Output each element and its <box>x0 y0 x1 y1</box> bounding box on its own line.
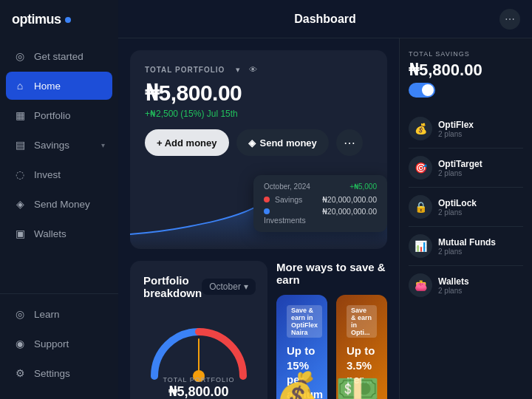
nav-icon-get-started: ◎ <box>13 50 27 63</box>
chevron-icon: ▾ <box>101 141 105 149</box>
nav-label-invest: Invest <box>34 169 61 180</box>
savings-card-wallets[interactable]: 👛 Wallets 2 plans <box>409 266 523 304</box>
gauge-labels: TOTAL PORTFOLIO ₦5,800.00 <box>163 376 234 399</box>
sidebar-item-portfolio[interactable]: ▦ Portfolio <box>6 101 112 129</box>
more-ways-title: More ways to save & earn <box>276 261 387 286</box>
savings-card-plans-optiflex: 2 plans <box>438 130 523 138</box>
savings-card-icon-wallets: 👛 <box>409 273 432 297</box>
nav-label-wallets: Wallets <box>34 228 66 239</box>
breakdown-header: Portfolio breakdown October ▾ <box>143 274 254 299</box>
sidebar-item-settings[interactable]: ⚙ Settings <box>6 359 112 387</box>
sidebar-item-send-money[interactable]: ◈ Send Money <box>6 190 112 218</box>
portfolio-change: +₦2,500 (15%) Jul 15th <box>145 109 372 119</box>
savings-card-name-optitarget: OptiTarget <box>438 159 523 169</box>
visibility-toggle[interactable] <box>409 83 435 98</box>
topbar-menu-button[interactable]: ⋯ <box>499 9 520 30</box>
savings-card-icon-optilock: 🔒 <box>409 195 432 219</box>
sidebar-item-get-started[interactable]: ◎ Get started <box>6 42 112 70</box>
tooltip-delta: +₦5,000 <box>349 183 377 191</box>
nav-icon-settings: ⚙ <box>13 366 27 380</box>
total-savings-label: TOTAL SAVINGS <box>409 50 523 58</box>
nav-label-learn: Learn <box>34 309 60 320</box>
month-selector[interactable]: October ▾ <box>202 279 256 295</box>
nav-icon-savings: ▤ <box>13 138 27 151</box>
more-ways-section: More ways to save & earn Save & earn in … <box>276 261 387 399</box>
portfolio-icons: ▾ 👁 <box>232 64 259 75</box>
topbar: Dashboard ⋯ <box>118 0 532 38</box>
savings-card-mutual-funds[interactable]: 📊 Mutual Funds 2 plans <box>409 227 523 266</box>
sidebar-nav: ◎ Get started ⌂ Home ▦ Portfolio ▤ Savin… <box>0 42 118 287</box>
tooltip-savings-row: Savings ₦20,000,000.00 <box>264 195 377 204</box>
sidebar-item-savings[interactable]: ▤ Savings ▾ <box>6 131 112 159</box>
eye-icon: 👁 <box>247 64 259 75</box>
gauge-amount: ₦5,800.00 <box>163 383 234 399</box>
main-panel: Dashboard ⋯ TOTAL PORTFOLIO ▾ 👁 ₦5,800.0… <box>118 0 532 399</box>
savings-dot <box>264 197 270 202</box>
nav-icon-learn: ◎ <box>13 307 27 321</box>
savings-card-name-wallets: Wallets <box>438 276 523 287</box>
savings-card-name-mutual-funds: Mutual Funds <box>438 237 523 248</box>
tooltip-header: October, 2024 +₦5,000 <box>264 183 377 191</box>
savings-card-info-mutual-funds: Mutual Funds 2 plans <box>438 237 523 256</box>
earn-cards-row: Save & earn in OptiFlex Naira Up to 15% … <box>276 295 387 399</box>
nav-icon-support: ◉ <box>13 337 27 350</box>
savings-card-plans-wallets: 2 plans <box>438 287 523 295</box>
sidebar-bottom: ◎ Learn ◉ Support ⚙ Settings <box>0 300 118 387</box>
earn-card-optidollar-badge: Save & earn in Opti... <box>347 305 377 338</box>
earn-card-optidollar[interactable]: Save & earn in Opti... Up to 3.5% per...… <box>336 295 387 399</box>
month-label: October <box>209 282 241 292</box>
sidebar: optimus ◎ Get started ⌂ Home ▦ Portfolio… <box>0 0 118 399</box>
send-money-button[interactable]: ◈ Send money <box>236 129 329 156</box>
savings-products-list: 💰 OptiFlex 2 plans 🎯 OptiTarget 2 plans … <box>409 109 523 304</box>
sidebar-item-learn[interactable]: ◎ Learn <box>6 300 112 328</box>
tooltip-savings-label: Savings <box>264 195 302 204</box>
tooltip-investments-label: Investments <box>264 207 310 225</box>
savings-card-plans-optilock: 2 plans <box>438 208 523 216</box>
nav-label-send-money: Send Money <box>34 199 90 210</box>
center-panel: TOTAL PORTFOLIO ▾ 👁 ₦5,800.00 +₦2,500 (1… <box>118 38 399 399</box>
savings-card-optilock[interactable]: 🔒 OptiLock 2 plans <box>409 188 523 227</box>
earn-card-optiflex[interactable]: Save & earn in OptiFlex Naira Up to 15% … <box>276 295 327 399</box>
portfolio-chart: October, 2024 +₦5,000 Savings ₦20,000,00… <box>130 168 387 249</box>
nav-label-portfolio: Portfolio <box>34 110 71 121</box>
portfolio-actions: + Add money ◈ Send money ⋯ <box>145 129 372 156</box>
nav-icon-send-money: ◈ <box>13 197 27 211</box>
tooltip-investments-row: Investments ₦20,000,000.00 <box>264 207 377 225</box>
earn-card-optiflex-badge: Save & earn in OptiFlex Naira <box>287 305 322 338</box>
tooltip-investments-value: ₦20,000,000.00 <box>322 207 377 225</box>
total-savings-amount: ₦5,800.00 <box>409 61 523 80</box>
earn-card-optiflex-icon: 💰 <box>276 370 320 399</box>
sidebar-item-invest[interactable]: ◌ Invest <box>6 160 112 188</box>
logo-dot <box>65 17 71 23</box>
savings-card-icon-mutual-funds: 📊 <box>409 234 432 258</box>
sidebar-item-home[interactable]: ⌂ Home <box>6 72 112 100</box>
content-area: TOTAL PORTFOLIO ▾ 👁 ₦5,800.00 +₦2,500 (1… <box>118 38 532 399</box>
sidebar-item-support[interactable]: ◉ Support <box>6 330 112 358</box>
app-logo: optimus <box>0 12 118 42</box>
nav-icon-wallets: ▣ <box>13 227 27 240</box>
savings-card-info-wallets: Wallets 2 plans <box>438 276 523 295</box>
savings-card-info-optiflex: OptiFlex 2 plans <box>438 120 523 138</box>
add-money-button[interactable]: + Add money <box>145 129 229 156</box>
gauge-svg <box>140 317 258 383</box>
earn-card-optidollar-icon: 💵 <box>336 370 380 399</box>
breakdown-title: Portfolio breakdown <box>143 274 202 299</box>
sidebar-item-wallets[interactable]: ▣ Wallets <box>6 219 112 248</box>
chart-tooltip: October, 2024 +₦5,000 Savings ₦20,000,00… <box>253 175 387 232</box>
savings-card-plans-mutual-funds: 2 plans <box>438 248 523 256</box>
portfolio-header: TOTAL PORTFOLIO ▾ 👁 <box>145 64 372 75</box>
nav-label-home: Home <box>34 81 61 92</box>
tooltip-savings-value: ₦20,000,000.00 <box>322 195 377 204</box>
nav-icon-portfolio: ▦ <box>13 109 27 122</box>
savings-card-optiflex[interactable]: 💰 OptiFlex 2 plans <box>409 109 523 149</box>
logo-text: optimus <box>12 12 61 27</box>
savings-card-optitarget[interactable]: 🎯 OptiTarget 2 plans <box>409 149 523 188</box>
chevron-down-icon: ▾ <box>232 64 244 75</box>
sidebar-divider <box>0 293 118 294</box>
savings-card-plans-optitarget: 2 plans <box>438 169 523 177</box>
savings-card-icon-optitarget: 🎯 <box>409 156 432 180</box>
more-options-button[interactable]: ⋯ <box>336 129 363 156</box>
right-panel: TOTAL SAVINGS ₦5,800.00 💰 OptiFlex 2 pla… <box>399 38 532 399</box>
nav-label-get-started: Get started <box>34 51 83 62</box>
portfolio-breakdown-section: Portfolio breakdown October ▾ <box>130 261 267 399</box>
